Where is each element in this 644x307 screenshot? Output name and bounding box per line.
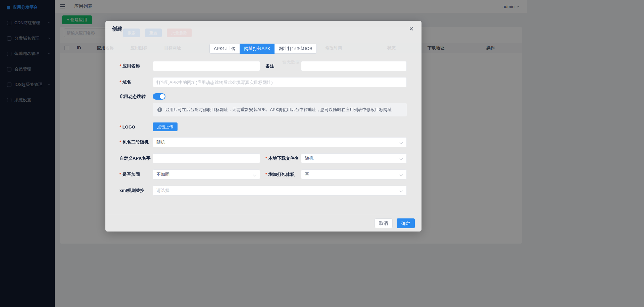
modal-title: 创建 xyxy=(112,25,122,33)
select-value: 不加固 xyxy=(156,171,169,177)
select-value: 随机 xyxy=(305,155,313,161)
app-name-input[interactable] xyxy=(153,61,260,71)
harden-select[interactable]: 不加固 xyxy=(153,169,260,180)
select-value: 随机 xyxy=(156,139,165,145)
cancel-button[interactable]: 取消 xyxy=(375,218,393,228)
domain-input[interactable] xyxy=(153,77,407,87)
domain-label: 域名 xyxy=(119,79,153,85)
chevron-down-icon xyxy=(253,173,256,176)
package-size-select[interactable]: 否 xyxy=(301,169,407,180)
chevron-down-icon xyxy=(400,173,403,176)
package-size-label: 增加打包体积 xyxy=(265,171,301,177)
package-name-label: 包名三段随机 xyxy=(119,139,153,145)
logo-label: LOGO xyxy=(119,124,153,130)
chevron-down-icon xyxy=(400,141,403,144)
dynamic-redirect-toggle[interactable] xyxy=(153,93,165,100)
tab-url-to-apk[interactable]: 网址打包APK xyxy=(240,44,275,54)
download-filename-label: 本地下载文件名 xyxy=(265,155,301,161)
close-icon[interactable] xyxy=(408,25,415,33)
remark-input[interactable] xyxy=(301,61,407,71)
custom-apk-name-label: 自定义APK名字 xyxy=(119,155,153,161)
tip-row: 启用后可在后台随时修改目标网址，无需重新安装APK。APK将使用后台中转地址，您… xyxy=(153,103,407,116)
tab-apk-upload[interactable]: APK包上传 xyxy=(209,44,240,54)
dynamic-redirect-tip: 启用后可在后台随时修改目标网址，无需重新安装APK。APK将使用后台中转地址，您… xyxy=(153,103,407,116)
create-modal: 创建 APK包上传 网址打包APK 网址打包免签IOS 应用名称 备注 域名 启… xyxy=(105,21,422,232)
modal-footer: 取消 确定 xyxy=(105,215,422,232)
tab-url-to-ios[interactable]: 网址打包免签IOS xyxy=(274,44,316,54)
remark-label: 备注 xyxy=(265,63,301,69)
tip-text: 启用后可在后台随时修改目标网址，无需重新安装APK。APK将使用后台中转地址，您… xyxy=(165,107,392,113)
dynamic-redirect-label: 启用动态跳转 xyxy=(119,94,153,100)
xml-rule-label: xml规则替换 xyxy=(119,188,153,194)
download-filename-select[interactable]: 随机 xyxy=(301,153,407,163)
xml-rule-select[interactable]: 请选择 xyxy=(153,186,407,196)
toggle-knob xyxy=(160,94,165,99)
chevron-down-icon xyxy=(400,189,403,193)
app-name-label: 应用名称 xyxy=(119,63,153,69)
custom-apk-name-input[interactable] xyxy=(153,153,260,163)
info-icon xyxy=(157,107,162,112)
confirm-button[interactable]: 确定 xyxy=(397,218,415,228)
select-value: 否 xyxy=(305,171,309,177)
upload-logo-button[interactable]: 点击上传 xyxy=(153,122,178,131)
chevron-down-icon xyxy=(400,157,403,160)
harden-label: 是否加固 xyxy=(119,171,153,177)
package-name-select[interactable]: 随机 xyxy=(153,137,407,147)
modal-body: APK包上传 网址打包APK 网址打包免签IOS 应用名称 备注 域名 启用动态… xyxy=(105,37,422,196)
packaging-mode-tabs: APK包上传 网址打包APK 网址打包免签IOS xyxy=(119,44,407,54)
modal-header: 创建 xyxy=(105,21,422,37)
select-placeholder: 请选择 xyxy=(156,188,169,194)
